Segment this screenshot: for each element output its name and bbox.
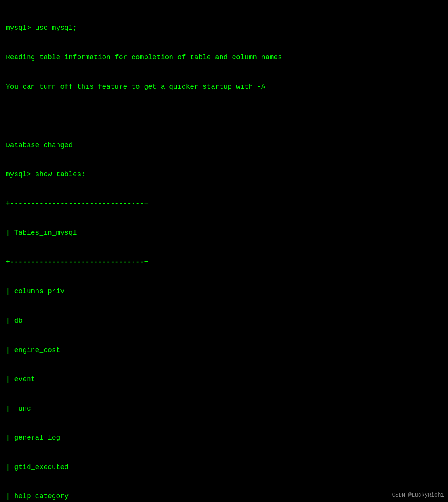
line-db-changed: Database changed bbox=[6, 141, 442, 150]
line-use-mysql: mysql> use mysql; bbox=[6, 23, 442, 33]
prompt-2: mysql> bbox=[6, 170, 35, 178]
prompt: mysql> bbox=[6, 24, 35, 32]
row-gtid-executed: | gtid_executed | bbox=[6, 462, 442, 472]
table-top-border: +--------------------------------+ bbox=[6, 199, 442, 209]
row-func: | func | bbox=[6, 404, 442, 414]
command-show: show tables; bbox=[35, 170, 86, 178]
line-turn-off-info: You can turn off this feature to get a q… bbox=[6, 82, 442, 92]
table-header-border: +--------------------------------+ bbox=[6, 258, 442, 267]
line-blank-1 bbox=[6, 111, 442, 121]
row-event: | event | bbox=[6, 375, 442, 384]
row-db: | db | bbox=[6, 316, 442, 326]
row-engine-cost: | engine_cost | bbox=[6, 346, 442, 355]
row-general-log: | general_log | bbox=[6, 433, 442, 443]
line-show-tables: mysql> show tables; bbox=[6, 170, 442, 179]
row-help-category: | help_category | bbox=[6, 492, 442, 501]
row-columns-priv: | columns_priv | bbox=[6, 287, 442, 296]
watermark: CSDN @LuckyRich1 bbox=[392, 492, 444, 498]
command-use: use mysql; bbox=[35, 24, 77, 32]
table-header: | Tables_in_mysql | bbox=[6, 228, 442, 238]
terminal-output: mysql> use mysql; Reading table informat… bbox=[6, 4, 442, 502]
line-reading-info: Reading table information for completion… bbox=[6, 53, 442, 62]
